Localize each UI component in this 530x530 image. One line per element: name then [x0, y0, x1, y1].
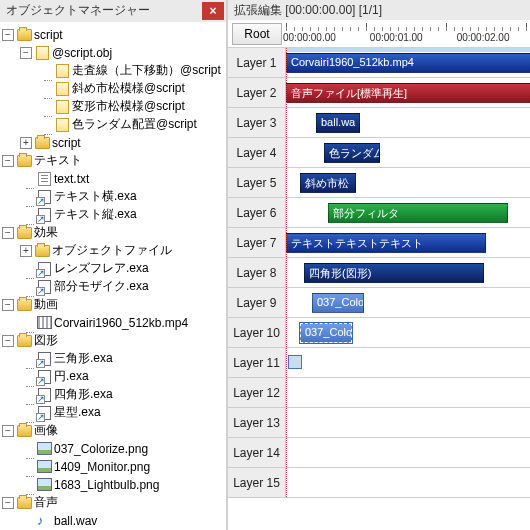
layer-header[interactable]: Layer 5 — [228, 168, 286, 197]
timeline-clip[interactable]: 四角形(図形) — [304, 263, 484, 283]
layer-row: Layer 6部分フィルタ — [228, 198, 530, 228]
tree-item[interactable]: −音声 — [2, 494, 224, 512]
layer-header[interactable]: Layer 14 — [228, 438, 286, 467]
layer-header[interactable]: Layer 7 — [228, 228, 286, 257]
tree-item[interactable]: 1683_Lightbulb.png — [2, 476, 224, 494]
timeline-clip[interactable]: 色ランダム — [324, 143, 380, 163]
layer-header[interactable]: Layer 12 — [228, 378, 286, 407]
time-ruler[interactable]: 00:00:00.0000:00:01.0000:00:02.00 — [286, 21, 530, 47]
tree-item[interactable]: テキスト縦.exa — [2, 206, 224, 224]
layer-header[interactable]: Layer 3 — [228, 108, 286, 137]
collapse-icon[interactable]: − — [2, 155, 14, 167]
timeline-clip[interactable]: 斜め市松 — [300, 173, 356, 193]
tree-item[interactable]: −@script.obj — [2, 44, 224, 62]
tree-item-label: 037_Colorize.png — [54, 442, 148, 456]
layer-track[interactable]: 037_Colo — [286, 288, 530, 317]
collapse-icon[interactable]: − — [2, 425, 14, 437]
tree-item[interactable]: +script — [2, 134, 224, 152]
tree-item[interactable]: −script — [2, 26, 224, 44]
layer-track[interactable]: Corvairi1960_512kb.mp4 — [286, 48, 530, 77]
tree-item[interactable]: 円.exa — [2, 368, 224, 386]
tree-item[interactable]: −画像 — [2, 422, 224, 440]
collapse-icon[interactable]: − — [2, 335, 14, 347]
tree-item[interactable]: レンズフレア.exa — [2, 260, 224, 278]
tree-item[interactable]: 斜め市松模様@script — [2, 80, 224, 98]
layer-track[interactable] — [286, 378, 530, 407]
tree-item[interactable]: 変形市松模様@script — [2, 98, 224, 116]
tree-item-label: 1683_Lightbulb.png — [54, 478, 159, 492]
layer-header[interactable]: Layer 11 — [228, 348, 286, 377]
layer-track[interactable] — [286, 468, 530, 497]
tree-item-label: text.txt — [54, 172, 89, 186]
layer-track[interactable]: 音声ファイル[標準再生] — [286, 78, 530, 107]
tree-item[interactable]: 四角形.exa — [2, 386, 224, 404]
collapse-icon[interactable]: − — [2, 29, 14, 41]
layer-track[interactable] — [286, 438, 530, 467]
collapse-icon[interactable]: − — [2, 497, 14, 509]
tree-item[interactable]: 走査線（上下移動）@script — [2, 62, 224, 80]
layer-header[interactable]: Layer 4 — [228, 138, 286, 167]
tree-item[interactable]: −テキスト — [2, 152, 224, 170]
layer-header[interactable]: Layer 13 — [228, 408, 286, 437]
layer-header[interactable]: Layer 8 — [228, 258, 286, 287]
layer-header[interactable]: Layer 6 — [228, 198, 286, 227]
timeline-clip[interactable]: 音声ファイル[標準再生] — [286, 83, 530, 103]
tree-item[interactable]: テキスト横.exa — [2, 188, 224, 206]
layer-track[interactable]: 色ランダム — [286, 138, 530, 167]
timeline-clip[interactable]: テキストテキストテキスト — [286, 233, 486, 253]
layer-header[interactable]: Layer 9 — [228, 288, 286, 317]
file-script-icon — [54, 63, 70, 79]
collapse-icon[interactable]: − — [2, 227, 14, 239]
tree-item[interactable]: +オブジェクトファイル — [2, 242, 224, 260]
tree-item[interactable]: 三角形.exa — [2, 350, 224, 368]
tree-item[interactable]: text.txt — [2, 170, 224, 188]
layer-track[interactable]: 部分フィルタ — [286, 198, 530, 227]
timeline-clip[interactable]: ball.wa — [316, 113, 360, 133]
layer-header[interactable]: Layer 1 — [228, 48, 286, 77]
object-manager-titlebar: オブジェクトマネージャー × — [0, 0, 226, 22]
tree-item[interactable]: −動画 — [2, 296, 224, 314]
layer-track[interactable] — [286, 348, 530, 377]
folder-icon — [34, 135, 50, 151]
tree-item-label: テキスト — [34, 152, 82, 169]
tree-item[interactable]: Corvairi1960_512kb.mp4 — [2, 314, 224, 332]
collapse-icon[interactable]: − — [2, 299, 14, 311]
collapse-icon[interactable]: − — [20, 47, 32, 59]
file-txt-icon — [36, 171, 52, 187]
timeline-clip[interactable]: 037_Colo — [300, 323, 352, 343]
layer-header[interactable]: Layer 15 — [228, 468, 286, 497]
timeline-clip[interactable] — [288, 355, 302, 369]
layer-track[interactable]: テキストテキストテキスト — [286, 228, 530, 257]
tree-item[interactable]: 部分モザイク.exa — [2, 278, 224, 296]
folder-icon — [16, 153, 32, 169]
file-img-icon — [36, 477, 52, 493]
object-manager-panel: オブジェクトマネージャー × −script−@script.obj走査線（上下… — [0, 0, 228, 530]
tree-item[interactable]: 星型.exa — [2, 404, 224, 422]
layer-track[interactable]: 斜め市松 — [286, 168, 530, 197]
timeline-clip[interactable]: 037_Colo — [312, 293, 364, 313]
tree-item-label: 動画 — [34, 296, 58, 313]
layer-track[interactable]: 四角形(図形) — [286, 258, 530, 287]
tree-item[interactable]: 037_Colorize.png — [2, 440, 224, 458]
layer-track[interactable]: 037_Colo — [286, 318, 530, 347]
timeline-clip[interactable]: Corvairi1960_512kb.mp4 — [286, 53, 530, 73]
time-label: 00:00:01.00 — [370, 32, 423, 43]
tree-item[interactable]: ball.wav — [2, 512, 224, 530]
timeline-title: 拡張編集 [00:00:00.00] [1/1] — [228, 0, 530, 20]
tree-item-label: 変形市松模様@script — [72, 98, 185, 115]
root-button[interactable]: Root — [232, 23, 282, 45]
close-icon[interactable]: × — [202, 2, 224, 20]
layer-row: Layer 13 — [228, 408, 530, 438]
tree-item[interactable]: −図形 — [2, 332, 224, 350]
layer-header[interactable]: Layer 2 — [228, 78, 286, 107]
tree-item[interactable]: −効果 — [2, 224, 224, 242]
expand-icon[interactable]: + — [20, 137, 32, 149]
tree-item[interactable]: 1409_Monitor.png — [2, 458, 224, 476]
layer-header[interactable]: Layer 10 — [228, 318, 286, 347]
expand-icon[interactable]: + — [20, 245, 32, 257]
layer-track[interactable] — [286, 408, 530, 437]
layer-track[interactable]: ball.wa — [286, 108, 530, 137]
timeline-clip[interactable]: 部分フィルタ — [328, 203, 508, 223]
tree-item[interactable]: 色ランダム配置@script — [2, 116, 224, 134]
timeline-toolbar: Root 00:00:00.0000:00:01.0000:00:02.00 — [228, 20, 530, 48]
